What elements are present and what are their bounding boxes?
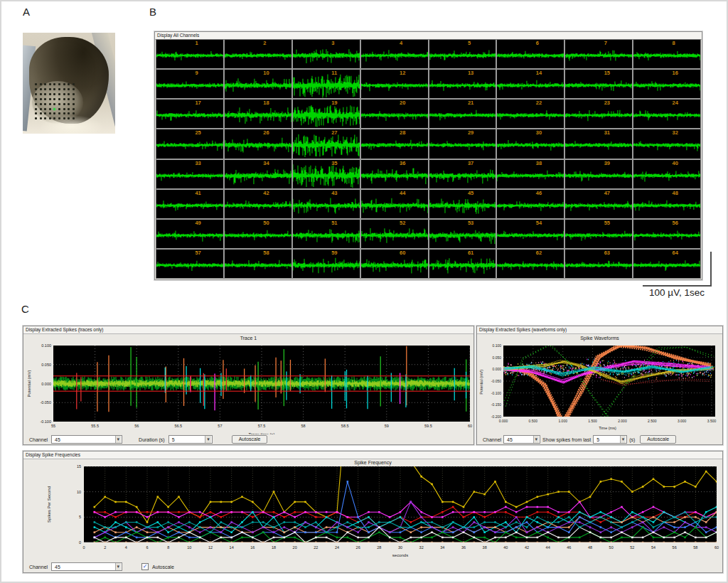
channel-cell[interactable]: 28 xyxy=(361,129,428,158)
channel-cell[interactable]: 8 xyxy=(633,40,700,68)
channel-cell[interactable]: 37 xyxy=(429,160,496,188)
channel-cell[interactable]: 53 xyxy=(429,220,496,248)
channel-cell[interactable]: 46 xyxy=(497,190,564,218)
channel-cell[interactable]: 20 xyxy=(361,100,428,128)
wave-show-select[interactable]: 5 ▾ xyxy=(593,435,627,444)
channel-number: 25 xyxy=(195,129,200,136)
channel-cell[interactable]: 51 xyxy=(293,220,360,248)
channel-cell[interactable]: 24 xyxy=(633,100,700,128)
channel-cell[interactable]: 11 xyxy=(293,70,360,98)
channel-cell[interactable]: 40 xyxy=(633,160,700,188)
electrode-dot xyxy=(63,112,65,114)
channel-cell[interactable]: 12 xyxy=(361,70,428,98)
channel-cell[interactable]: 16 xyxy=(633,70,700,98)
channel-cell[interactable]: 43 xyxy=(293,190,360,218)
channel-grid: 1234567891011121314151617181920212223242… xyxy=(156,39,701,279)
channel-cell[interactable]: 49 xyxy=(156,220,223,248)
electrode-dot xyxy=(44,88,46,90)
electrode-dot xyxy=(44,83,46,85)
channel-cell[interactable]: 4 xyxy=(361,40,428,68)
channel-number: 11 xyxy=(331,70,337,76)
channel-cell[interactable]: 6 xyxy=(497,40,564,68)
trace-autoscale-button[interactable]: Autoscale xyxy=(232,435,268,444)
scale-bar-label: 100 µV, 1sec xyxy=(620,287,728,298)
channel-number: 57 xyxy=(195,250,200,256)
channel-cell[interactable]: 45 xyxy=(429,190,496,218)
channel-cell[interactable]: 25 xyxy=(156,129,223,158)
channel-cell[interactable]: 50 xyxy=(225,220,291,248)
svg-text:46: 46 xyxy=(567,545,571,550)
svg-text:32: 32 xyxy=(419,545,424,550)
channel-cell[interactable]: 56 xyxy=(633,220,700,248)
trace-channel-select[interactable]: 45 ▾ xyxy=(51,435,122,444)
svg-text:2.000: 2.000 xyxy=(618,419,627,423)
channel-cell[interactable]: 3 xyxy=(293,40,360,68)
channel-cell[interactable]: 35 xyxy=(293,160,360,188)
channel-cell[interactable]: 27 xyxy=(293,129,360,158)
wave-channel-label: Channel xyxy=(483,437,501,442)
channel-cell[interactable]: 59 xyxy=(293,250,360,278)
freq-autoscale-checkbox[interactable]: ✓ xyxy=(141,563,149,570)
channel-cell[interactable]: 52 xyxy=(361,220,428,248)
channel-cell[interactable]: 30 xyxy=(497,129,564,158)
channel-cell[interactable]: 32 xyxy=(633,129,700,158)
electrode-dot xyxy=(58,108,60,110)
channel-cell[interactable]: 7 xyxy=(565,40,632,68)
trace-duration-select[interactable]: 5 ▾ xyxy=(168,435,213,444)
channel-cell[interactable]: 5 xyxy=(429,40,496,68)
channel-number: 60 xyxy=(400,250,405,256)
channel-cell[interactable]: 61 xyxy=(429,250,496,278)
channel-cell[interactable]: 14 xyxy=(497,70,564,98)
channel-cell[interactable]: 34 xyxy=(225,160,291,188)
channel-cell[interactable]: 55 xyxy=(565,220,632,248)
svg-text:60: 60 xyxy=(468,424,472,428)
channel-cell[interactable]: 63 xyxy=(565,250,632,278)
channel-cell[interactable]: 29 xyxy=(429,129,496,158)
wave-channel-select[interactable]: 45 ▾ xyxy=(503,435,540,444)
channel-cell[interactable]: 1 xyxy=(156,40,223,68)
svg-text:1.500: 1.500 xyxy=(588,419,597,423)
channel-cell[interactable]: 54 xyxy=(497,220,564,248)
channel-number: 34 xyxy=(263,160,269,166)
channel-cell[interactable]: 58 xyxy=(225,250,291,278)
channel-cell[interactable]: 36 xyxy=(361,160,428,188)
channel-cell[interactable]: 22 xyxy=(497,100,564,128)
channel-cell[interactable]: 23 xyxy=(565,100,632,128)
channel-cell[interactable]: 33 xyxy=(156,160,223,188)
channel-cell[interactable]: 42 xyxy=(225,190,291,218)
svg-text:15: 15 xyxy=(77,464,81,469)
channel-cell[interactable]: 17 xyxy=(156,100,223,128)
channel-cell[interactable]: 39 xyxy=(565,160,632,188)
channel-cell[interactable]: 47 xyxy=(565,190,632,218)
channel-cell[interactable]: 18 xyxy=(225,100,291,128)
channel-cell[interactable]: 10 xyxy=(225,70,291,98)
svg-text:5: 5 xyxy=(79,515,81,519)
channel-cell[interactable]: 21 xyxy=(429,100,496,128)
channel-cell[interactable]: 2 xyxy=(225,40,291,68)
svg-text:59: 59 xyxy=(385,424,389,428)
electrode-dot xyxy=(49,112,51,114)
electrode-dot xyxy=(49,108,51,110)
channel-cell[interactable]: 60 xyxy=(361,250,428,278)
channel-cell[interactable]: 9 xyxy=(156,70,223,98)
channel-cell[interactable]: 44 xyxy=(361,190,428,218)
channel-cell[interactable]: 19 xyxy=(293,100,360,128)
channel-cell[interactable]: 26 xyxy=(225,129,291,158)
channel-cell[interactable]: 38 xyxy=(497,160,564,188)
channel-cell[interactable]: 15 xyxy=(565,70,632,98)
channel-cell[interactable]: 41 xyxy=(156,190,223,218)
waveforms-window: Display Extracted Spikes (waveforms only… xyxy=(476,326,723,445)
electrode-dot xyxy=(35,93,37,95)
channel-cell[interactable]: 31 xyxy=(565,129,632,158)
channel-cell[interactable]: 57 xyxy=(156,250,223,278)
electrode-dot xyxy=(35,103,37,105)
channel-cell[interactable]: 48 xyxy=(633,190,700,218)
electrode-dot xyxy=(53,93,55,95)
wave-autoscale-button[interactable]: Autoscale xyxy=(640,435,676,444)
channel-cell[interactable]: 13 xyxy=(429,70,496,98)
electrode-dot xyxy=(73,98,75,100)
channel-cell[interactable]: 62 xyxy=(497,250,564,278)
svg-text:57: 57 xyxy=(218,424,222,428)
freq-channel-select[interactable]: 45 ▾ xyxy=(51,562,122,571)
electrode-dot xyxy=(73,112,75,114)
